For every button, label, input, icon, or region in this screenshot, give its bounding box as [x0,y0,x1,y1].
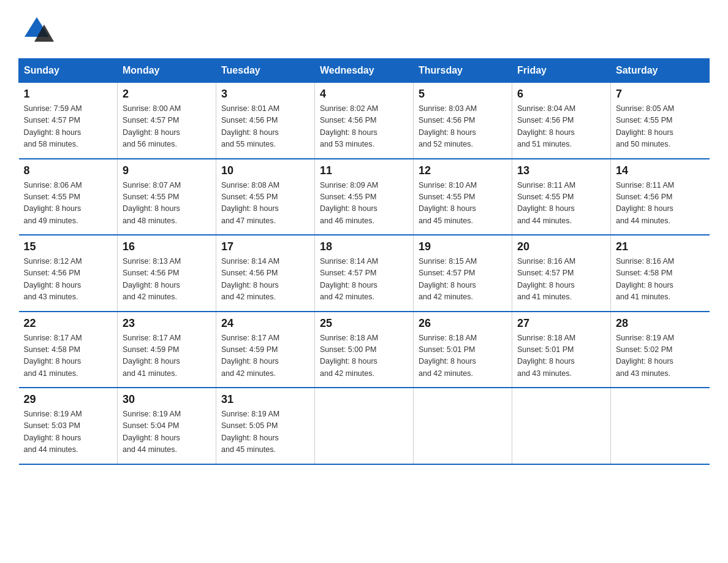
calendar-table: SundayMondayTuesdayWednesdayThursdayFrid… [18,58,710,465]
day-number: 7 [616,88,705,101]
day-info: Sunrise: 8:11 AMSunset: 4:56 PMDaylight:… [616,180,705,228]
calendar-header-row: SundayMondayTuesdayWednesdayThursdayFrid… [19,59,710,83]
calendar-cell: 23Sunrise: 8:17 AMSunset: 4:59 PMDayligh… [118,312,216,388]
calendar-cell: 30Sunrise: 8:19 AMSunset: 5:04 PMDayligh… [118,388,216,464]
calendar-cell: 19Sunrise: 8:15 AMSunset: 4:57 PMDayligh… [414,235,512,312]
day-number: 1 [24,88,113,101]
day-info: Sunrise: 8:08 AMSunset: 4:55 PMDaylight:… [221,180,309,228]
day-number: 10 [221,164,309,177]
calendar-cell: 21Sunrise: 8:16 AMSunset: 4:58 PMDayligh… [611,235,710,312]
day-number: 22 [24,317,113,330]
day-info: Sunrise: 8:18 AMSunset: 5:01 PMDaylight:… [419,332,507,380]
calendar-cell: 7Sunrise: 8:05 AMSunset: 4:55 PMDaylight… [611,83,710,159]
day-info: Sunrise: 8:16 AMSunset: 4:58 PMDaylight:… [616,256,705,304]
column-header-thursday: Thursday [414,59,512,83]
day-number: 17 [221,240,309,253]
day-info: Sunrise: 8:17 AMSunset: 4:58 PMDaylight:… [24,332,113,380]
day-info: Sunrise: 8:12 AMSunset: 4:56 PMDaylight:… [24,256,113,304]
day-number: 8 [24,164,113,177]
calendar-cell: 10Sunrise: 8:08 AMSunset: 4:55 PMDayligh… [216,159,315,236]
day-number: 3 [221,88,309,101]
day-number: 31 [221,393,309,406]
day-number: 25 [320,317,408,330]
calendar-cell: 2Sunrise: 8:00 AMSunset: 4:57 PMDaylight… [118,83,216,159]
column-header-wednesday: Wednesday [315,59,414,83]
day-info: Sunrise: 8:16 AMSunset: 4:57 PMDaylight:… [517,256,605,304]
day-info: Sunrise: 8:05 AMSunset: 4:55 PMDaylight:… [616,103,705,151]
day-info: Sunrise: 8:17 AMSunset: 4:59 PMDaylight:… [221,332,309,380]
day-info: Sunrise: 8:06 AMSunset: 4:55 PMDaylight:… [24,180,113,228]
calendar-cell: 4Sunrise: 8:02 AMSunset: 4:56 PMDaylight… [315,83,414,159]
day-number: 4 [320,88,408,101]
calendar-cell: 24Sunrise: 8:17 AMSunset: 4:59 PMDayligh… [216,312,315,388]
day-info: Sunrise: 8:19 AMSunset: 5:02 PMDaylight:… [616,332,705,380]
day-info: Sunrise: 8:19 AMSunset: 5:04 PMDaylight:… [123,408,211,456]
day-number: 2 [123,88,211,101]
day-info: Sunrise: 8:10 AMSunset: 4:55 PMDaylight:… [419,180,507,228]
day-number: 20 [517,240,605,253]
calendar-week-row: 29Sunrise: 8:19 AMSunset: 5:03 PMDayligh… [19,388,710,464]
calendar-cell: 5Sunrise: 8:03 AMSunset: 4:56 PMDaylight… [414,83,512,159]
day-info: Sunrise: 8:18 AMSunset: 5:00 PMDaylight:… [320,332,408,380]
day-number: 21 [616,240,705,253]
day-number: 30 [123,393,211,406]
calendar-cell: 27Sunrise: 8:18 AMSunset: 5:01 PMDayligh… [512,312,611,388]
calendar-cell: 15Sunrise: 8:12 AMSunset: 4:56 PMDayligh… [19,235,118,312]
calendar-cell: 20Sunrise: 8:16 AMSunset: 4:57 PMDayligh… [512,235,611,312]
column-header-monday: Monday [118,59,216,83]
column-header-sunday: Sunday [19,59,118,83]
calendar-cell: 18Sunrise: 8:14 AMSunset: 4:57 PMDayligh… [315,235,414,312]
day-info: Sunrise: 8:02 AMSunset: 4:56 PMDaylight:… [320,103,408,151]
day-number: 19 [419,240,507,253]
calendar-cell [611,388,710,464]
calendar-cell: 14Sunrise: 8:11 AMSunset: 4:56 PMDayligh… [611,159,710,236]
calendar-cell: 22Sunrise: 8:17 AMSunset: 4:58 PMDayligh… [19,312,118,388]
day-info: Sunrise: 8:00 AMSunset: 4:57 PMDaylight:… [123,103,211,151]
day-number: 16 [123,240,211,253]
calendar-cell: 3Sunrise: 8:01 AMSunset: 4:56 PMDaylight… [216,83,315,159]
day-info: Sunrise: 8:19 AMSunset: 5:03 PMDaylight:… [24,408,113,456]
day-info: Sunrise: 8:17 AMSunset: 4:59 PMDaylight:… [123,332,211,380]
calendar-cell: 8Sunrise: 8:06 AMSunset: 4:55 PMDaylight… [19,159,118,236]
calendar-cell: 25Sunrise: 8:18 AMSunset: 5:00 PMDayligh… [315,312,414,388]
column-header-saturday: Saturday [611,59,710,83]
calendar-cell: 1Sunrise: 7:59 AMSunset: 4:57 PMDaylight… [19,83,118,159]
calendar-cell: 16Sunrise: 8:13 AMSunset: 4:56 PMDayligh… [118,235,216,312]
logo-icon [18,12,55,46]
day-info: Sunrise: 8:11 AMSunset: 4:55 PMDaylight:… [517,180,605,228]
day-info: Sunrise: 8:09 AMSunset: 4:55 PMDaylight:… [320,180,408,228]
day-number: 13 [517,164,605,177]
page-header [18,12,710,46]
day-number: 28 [616,317,705,330]
day-number: 15 [24,240,113,253]
day-info: Sunrise: 8:03 AMSunset: 4:56 PMDaylight:… [419,103,507,151]
calendar-cell: 29Sunrise: 8:19 AMSunset: 5:03 PMDayligh… [19,388,118,464]
day-number: 12 [419,164,507,177]
calendar-cell: 6Sunrise: 8:04 AMSunset: 4:56 PMDaylight… [512,83,611,159]
calendar-cell: 9Sunrise: 8:07 AMSunset: 4:55 PMDaylight… [118,159,216,236]
calendar-cell [315,388,414,464]
column-header-tuesday: Tuesday [216,59,315,83]
calendar-cell [512,388,611,464]
calendar-cell [414,388,512,464]
day-number: 6 [517,88,605,101]
day-info: Sunrise: 8:18 AMSunset: 5:01 PMDaylight:… [517,332,605,380]
calendar-cell: 31Sunrise: 8:19 AMSunset: 5:05 PMDayligh… [216,388,315,464]
column-header-friday: Friday [512,59,611,83]
day-number: 9 [123,164,211,177]
day-number: 29 [24,393,113,406]
day-info: Sunrise: 7:59 AMSunset: 4:57 PMDaylight:… [24,103,113,151]
calendar-week-row: 8Sunrise: 8:06 AMSunset: 4:55 PMDaylight… [19,159,710,236]
day-info: Sunrise: 8:14 AMSunset: 4:57 PMDaylight:… [320,256,408,304]
day-number: 14 [616,164,705,177]
calendar-cell: 26Sunrise: 8:18 AMSunset: 5:01 PMDayligh… [414,312,512,388]
calendar-week-row: 22Sunrise: 8:17 AMSunset: 4:58 PMDayligh… [19,312,710,388]
day-number: 11 [320,164,408,177]
calendar-cell: 28Sunrise: 8:19 AMSunset: 5:02 PMDayligh… [611,312,710,388]
day-info: Sunrise: 8:19 AMSunset: 5:05 PMDaylight:… [221,408,309,456]
day-info: Sunrise: 8:04 AMSunset: 4:56 PMDaylight:… [517,103,605,151]
day-info: Sunrise: 8:14 AMSunset: 4:56 PMDaylight:… [221,256,309,304]
day-info: Sunrise: 8:13 AMSunset: 4:56 PMDaylight:… [123,256,211,304]
day-info: Sunrise: 8:01 AMSunset: 4:56 PMDaylight:… [221,103,309,151]
day-number: 18 [320,240,408,253]
